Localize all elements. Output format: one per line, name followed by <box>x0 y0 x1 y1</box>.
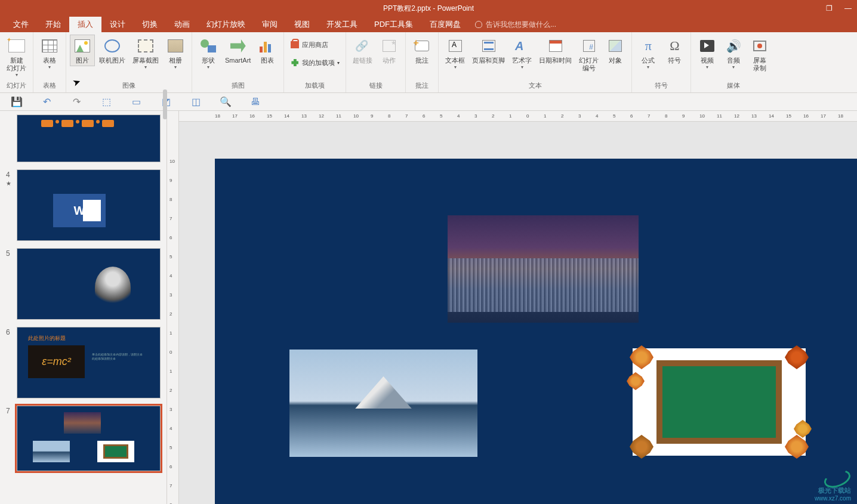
scrollbar[interactable] <box>163 89 167 119</box>
slidenum-button[interactable]: 幻灯片 编号 <box>576 35 602 74</box>
slide-thumb-3[interactable] <box>17 115 161 162</box>
comment-button[interactable]: 批注 <box>409 35 434 66</box>
symbol-button[interactable]: Ω 符号 <box>662 35 687 66</box>
smartart-icon <box>229 36 248 55</box>
slide-canvas[interactable] <box>215 159 857 504</box>
tab-slideshow[interactable]: 幻灯片放映 <box>198 17 254 32</box>
video-icon <box>698 36 717 55</box>
object-icon <box>606 36 625 55</box>
equation-icon: π <box>639 36 658 55</box>
document-title: PPT教程2.pptx - PowerPoint <box>383 4 474 14</box>
word-icon: W <box>53 194 106 227</box>
shapes-icon <box>199 36 218 55</box>
album-button[interactable]: 相册 ▾ <box>163 35 188 72</box>
group-tables: 表格 ▾ 表格 <box>33 32 66 92</box>
vertical-ruler: 10987654321012345678 <box>167 111 179 504</box>
tab-review[interactable]: 审阅 <box>254 17 286 32</box>
tab-animations[interactable]: 动画 <box>166 17 198 32</box>
save-icon[interactable]: 💾 <box>11 96 23 108</box>
table-icon <box>40 36 59 55</box>
action-icon <box>380 36 399 55</box>
smartart-button[interactable]: SmartArt <box>222 35 254 66</box>
group-illustrations-label: 插图 <box>196 81 280 91</box>
headerfooter-button[interactable]: 页眉和页脚 <box>469 35 508 66</box>
datetime-button[interactable]: 日期和时间 <box>536 35 575 66</box>
tab-baidu[interactable]: 百度网盘 <box>421 17 469 32</box>
ribbon-options-icon[interactable]: ❐ <box>825 4 833 13</box>
hyperlink-button[interactable]: 超链接 <box>350 35 375 66</box>
slide-thumb-6[interactable]: 此处照片的标题 ε=mc² 单击此处添加文本内容说明，说明文本 此处添加说明文本 <box>17 327 161 398</box>
group-text-label: 文本 <box>442 81 628 91</box>
textbox-button[interactable]: 文本框 ▾ <box>442 35 468 72</box>
quick-access-toolbar: 💾 ↶ ↷ ⬚ ▭ ◩ ◫ 🔍 🖶 <box>0 93 857 111</box>
tab-home[interactable]: 开始 <box>37 17 69 32</box>
audio-icon: 🔊 <box>724 36 743 55</box>
wordart-button[interactable]: A 艺术字 ▾ <box>509 35 535 72</box>
qat-icon-2[interactable]: ▭ <box>130 96 142 108</box>
equation-button[interactable]: π 公式 ▾ <box>636 35 661 72</box>
picture-button[interactable]: 图片 <box>70 35 95 66</box>
thumb-text: 单击此处添加文本内容说明，说明文本 此处添加说明文本 <box>92 353 143 361</box>
tab-design[interactable]: 设计 <box>101 17 134 32</box>
myaddins-button[interactable]: 我的加载项 ▾ <box>288 56 342 69</box>
dropdown-caret-icon: ▾ <box>521 64 523 70</box>
qat-icon-5[interactable]: 🔍 <box>220 96 232 108</box>
online-picture-icon <box>103 36 122 55</box>
video-button[interactable]: 视频 ▾ <box>695 35 720 72</box>
undo-icon[interactable]: ↶ <box>41 96 53 108</box>
slide-thumb-5[interactable] <box>17 248 161 320</box>
city-image[interactable] <box>448 215 639 323</box>
thumb-title: 此处照片的标题 <box>28 335 66 342</box>
screenrec-icon <box>750 36 769 55</box>
dropdown-caret-icon: ▾ <box>706 64 708 70</box>
screenrec-button[interactable]: 屏幕 录制 <box>747 35 772 74</box>
online-picture-button[interactable]: 联机图片 <box>96 35 128 66</box>
audio-button[interactable]: 🔊 音频 ▾ <box>721 35 746 72</box>
qat-icon-6[interactable]: 🖶 <box>249 96 261 108</box>
tell-me-search[interactable]: 告诉我您想要做什么... <box>469 17 562 32</box>
dropdown-caret-icon: ▾ <box>144 64 147 70</box>
group-images-label: 图像 <box>70 81 188 91</box>
tab-view[interactable]: 视图 <box>286 17 318 32</box>
watermark-logo-icon <box>815 468 851 486</box>
slide-number: 4★ <box>6 169 17 241</box>
chart-button[interactable]: 图表 <box>255 35 280 66</box>
new-slide-icon <box>7 36 26 55</box>
qat-icon-1[interactable]: ⬚ <box>100 96 112 108</box>
tab-developer[interactable]: 开发工具 <box>318 17 366 32</box>
minimize-icon[interactable]: — <box>844 4 852 13</box>
store-icon <box>290 40 300 50</box>
dropdown-caret-icon: ▾ <box>454 64 457 70</box>
qat-icon-4[interactable]: ◫ <box>190 96 202 108</box>
group-slides: 新建 幻灯片 ▾ 幻灯片 <box>0 32 33 92</box>
slide-editor: 10987654321012345678 1817161514131211109… <box>167 111 857 504</box>
tab-file[interactable]: 文件 <box>5 17 37 32</box>
tab-pdf[interactable]: PDF工具集 <box>366 17 421 32</box>
slide-thumbnails-panel[interactable]: 4★ W 5 6 此处照片的标题 ε=mc² 单击此处添加文本内容说明，说明文本… <box>0 111 167 504</box>
tab-transitions[interactable]: 切换 <box>134 17 166 32</box>
thumb-image <box>64 412 101 434</box>
slide-number: 7 <box>6 406 17 471</box>
action-button[interactable]: 动作 <box>377 35 402 66</box>
table-button[interactable]: 表格 ▾ <box>37 35 62 72</box>
shapes-button[interactable]: 形状 ▾ <box>196 35 221 72</box>
symbol-icon: Ω <box>665 36 684 55</box>
group-symbols-label: 符号 <box>636 81 687 91</box>
slide-thumb-4[interactable]: W <box>17 169 161 241</box>
store-button[interactable]: 应用商店 <box>288 38 331 51</box>
chalkboard-image[interactable] <box>633 348 806 456</box>
new-slide-button[interactable]: 新建 幻灯片 ▾ <box>4 35 29 79</box>
object-button[interactable]: 对象 <box>603 35 628 66</box>
dropdown-caret-icon: ▾ <box>207 64 209 70</box>
mountain-image[interactable] <box>289 350 477 457</box>
slide-number <box>6 115 17 162</box>
slide-thumb-7[interactable] <box>17 406 161 471</box>
dropdown-caret-icon: ▾ <box>647 64 649 70</box>
redo-icon[interactable]: ↷ <box>70 96 82 108</box>
horizontal-ruler: 1817161514131211109876543210123456789101… <box>179 111 857 122</box>
screenshot-button[interactable]: 屏幕截图 ▾ <box>130 35 162 72</box>
tab-insert[interactable]: 插入 <box>69 17 101 32</box>
slide-number: 5 <box>6 248 17 320</box>
headerfooter-icon <box>479 36 498 55</box>
picture-icon <box>73 36 92 55</box>
